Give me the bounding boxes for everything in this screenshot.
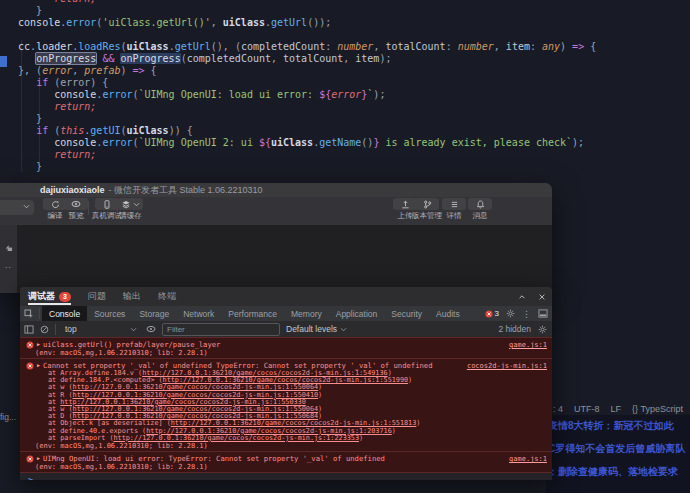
code-line: console.error('uiClass.getUrl()', uiClas… (0, 17, 690, 29)
toolbar-button-清缓存[interactable]: 清缓存 (118, 198, 143, 221)
source-link[interactable]: game.js:1 (509, 455, 547, 463)
editor-line-marker (0, 56, 7, 67)
console-message-list: ▶uiClass.getUrl() prefab/layer/pause_lay… (20, 337, 552, 473)
debugger-panel-tabs: 调试器3问题输出终端 (20, 287, 552, 306)
devtools-tab-storage[interactable]: Storage (132, 306, 176, 321)
code-line: console.error(`UIMng OpenUI 2: ui ${uiCl… (0, 137, 690, 149)
debugger-window: 调试器3问题输出终端 ConsoleSourcesStorageNetworkP… (20, 287, 552, 480)
context-select[interactable]: top (62, 324, 140, 334)
env-info: (env: macOS,mg,1.06.2210310; lib: 2.28.1… (26, 463, 548, 471)
source-link[interactable]: cocos2d-js-min.js:1 (467, 362, 547, 370)
toolbar-button-预览[interactable]: 预览 (64, 198, 88, 221)
code-line: } (0, 161, 690, 173)
list-icon (450, 200, 459, 209)
hidden-count[interactable]: 2 hidden (498, 324, 531, 334)
devtools-tab-application[interactable]: Application (329, 306, 385, 321)
devtools-tab-performance[interactable]: Performance (221, 306, 284, 321)
dock-side-icon[interactable] (538, 309, 548, 318)
gear-icon[interactable] (506, 309, 515, 318)
toolbar-button-label: 编译 (48, 211, 63, 221)
news-headline[interactable]: 疫情8大转折：新冠不过如此 (548, 419, 674, 433)
panel-tab-调试器[interactable]: 调试器3 (28, 287, 71, 306)
close-icon[interactable] (538, 293, 546, 301)
console-toolbar: top Filter Default levels 2 hidden (20, 321, 552, 338)
log-levels-dropdown[interactable]: Default levels (286, 324, 347, 334)
hand-tool-icon[interactable] (4, 243, 13, 252)
code-line: } (0, 113, 690, 125)
toolbar-button-label: 消息 (473, 211, 488, 221)
console-sidebar-icon[interactable] (24, 325, 34, 334)
toolbar-button-版本管理[interactable]: 版本管理 (412, 198, 442, 221)
devtools-tab-bar: ConsoleSourcesStorageNetworkPerformanceM… (20, 306, 552, 321)
error-text: UIMng OpenUI: load ui error: TypeError: … (43, 454, 385, 463)
devtools-tab-security[interactable]: Security (384, 306, 429, 321)
divider (88, 201, 89, 215)
more-icon[interactable]: .. (5, 260, 12, 270)
phone-icon (103, 200, 111, 209)
toolbar-button-label: 清缓存 (119, 211, 142, 221)
mode-select-dropdown[interactable] (0, 200, 34, 215)
toolbar-button-label: 上传 (398, 211, 413, 221)
status-bar-item[interactable]: : 4 (553, 404, 563, 414)
indent-guide (21, 40, 22, 172)
console-error-row[interactable]: ▶uiClass.getUrl() prefab/layer/pause_lay… (20, 337, 552, 359)
devtools-tab-audits[interactable]: Audits (429, 306, 467, 321)
background-label: fig... (0, 412, 16, 422)
indent-guide (39, 76, 40, 166)
devtools-tabs: ConsoleSourcesStorageNetworkPerformanceM… (42, 306, 467, 321)
expand-arrow-icon[interactable]: ▶ (37, 340, 40, 349)
clear-console-icon[interactable] (40, 325, 49, 334)
toolbar-button-消息[interactable]: 消息 (468, 198, 492, 221)
status-bar-item[interactable]: LF (611, 404, 622, 414)
chevron-down-icon (133, 202, 140, 207)
live-expression-eye-icon[interactable] (146, 325, 156, 333)
vscode-editor[interactable]: return; } console.error('uiClass.getUrl(… (0, 0, 690, 173)
panel-tab-输出[interactable]: 输出 (123, 287, 141, 306)
collapse-icon[interactable] (518, 293, 526, 301)
wechat-devtools-window: dajiuxiaoxiaole- 微信开发者工具 Stable 1.06.221… (0, 183, 552, 293)
stack-link[interactable]: http://127.0.0.1:36210/game/cocos/cocos2… (113, 434, 359, 442)
code-line: return; (0, 149, 690, 161)
code-line: if (this.getUI(uiClass)) { (0, 125, 690, 137)
expand-arrow-icon[interactable]: ▶ (37, 454, 40, 463)
code-line: cc.loader.loadRes(uiClass.getUrl(), (com… (0, 41, 690, 53)
news-headline[interactable]: C罗得知不会首发后曾威胁离队 (548, 442, 685, 456)
status-bar-item[interactable]: {} TypeScript (632, 404, 683, 414)
status-bar-item[interactable]: UTF-8 (574, 404, 600, 414)
upload-icon (401, 200, 410, 209)
devtools-tab-network[interactable]: Network (176, 306, 221, 321)
expand-arrow-icon[interactable]: ▶ (37, 361, 40, 370)
toolbar-button-label: 版本管理 (412, 211, 442, 221)
news-headline[interactable]: ：删除查健康码、落地检要求 (548, 465, 678, 479)
devtools-tab-memory[interactable]: Memory (284, 306, 329, 321)
console-prompt[interactable]: > (20, 473, 552, 480)
console-error-row[interactable]: ▶UIMng OpenUI: load ui error: TypeError:… (20, 451, 552, 473)
filter-input[interactable]: Filter (162, 323, 280, 336)
error-badge: 3 (59, 292, 71, 302)
panel-tab-终端[interactable]: 终端 (158, 287, 176, 306)
inspect-element-icon[interactable] (24, 309, 34, 319)
chevron-down-icon (23, 204, 30, 209)
bell-icon (476, 200, 485, 209)
code-line: onProgress && onProgress(completedCount,… (0, 53, 690, 65)
left-icon-strip: .. (0, 225, 17, 293)
vscode-status-bar[interactable]: : 4UTF-8LF{} TypeScript (553, 404, 690, 414)
panel-tab-问题[interactable]: 问题 (88, 287, 106, 306)
screenshot-root: return; } console.error('uiClass.getUrl(… (0, 0, 690, 493)
toolbar-button-label: 详情 (447, 211, 462, 221)
source-link[interactable]: game.js:1 (509, 341, 547, 349)
divider (39, 308, 40, 319)
divider (55, 324, 56, 335)
toolbar-button-详情[interactable]: 详情 (442, 198, 466, 221)
kebab-menu-icon[interactable]: ⋮ (522, 309, 531, 319)
env-info: (env: macOS,mg,1.06.2210310; lib: 2.28.1… (26, 442, 548, 450)
background-news-panel: 疫情8大转折：新冠不过如此C罗得知不会首发后曾威胁离队：删除查健康码、落地检要求 (546, 415, 690, 493)
console-settings-gear-icon[interactable] (538, 325, 547, 334)
code-line: }, (error, prefab) => { (0, 65, 690, 77)
devtools-tab-console[interactable]: Console (42, 306, 87, 321)
devtools-content-area (17, 225, 552, 293)
devtools-tab-sources[interactable]: Sources (87, 306, 132, 321)
error-counter[interactable]: 3 (485, 309, 499, 318)
layers-icon (121, 200, 131, 209)
console-error-row[interactable]: ▶Cannot set property '_val' of undefined… (20, 358, 552, 452)
